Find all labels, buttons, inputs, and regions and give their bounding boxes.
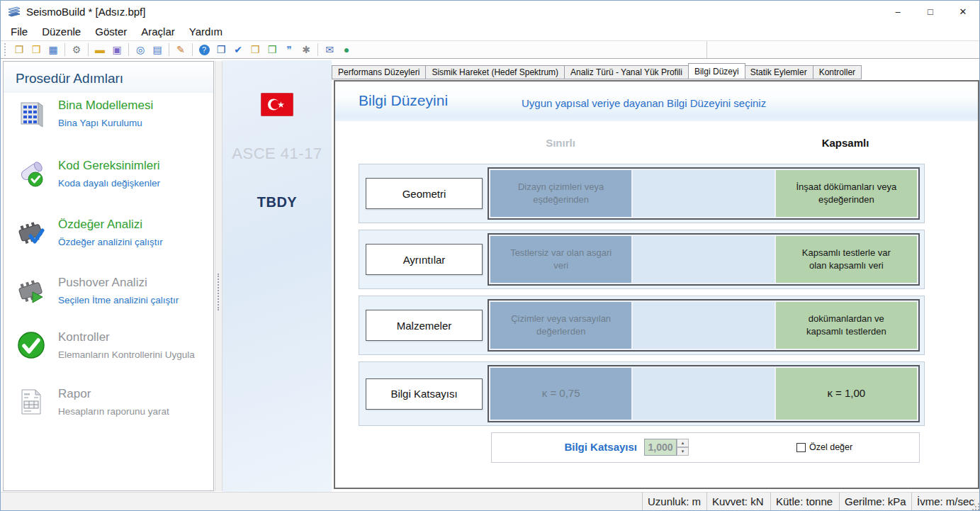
save-file-icon[interactable]: ▦	[45, 43, 62, 57]
settings-tab-bar: Performans Düzeyleri Sismik Hareket (Hed…	[332, 63, 978, 79]
help-icon[interactable]: ?	[199, 45, 210, 55]
menu-bar: File Düzenle Göster Araçlar Yardım	[1, 22, 979, 40]
code-option-asce[interactable]: ASCE 41-17	[223, 145, 332, 163]
menu-view[interactable]: Göster	[88, 23, 134, 40]
row-label: Bilgi Katsayısı	[366, 378, 483, 410]
menu-help[interactable]: Yardım	[182, 23, 230, 40]
sidebar-item-code-requirements[interactable]: Kod Gereksinimleri Koda dayalı değişkenl…	[15, 157, 209, 190]
toolbar-band: ❐ ❒ ▦ ⚙ ▬ ▣ ◎ ▤ ✎ ? ❒ ✔ ❒ ❒ ❞ ✱ ✉ ●	[1, 41, 707, 58]
status-length-unit: Uzunluk: m	[642, 493, 706, 511]
knowledge-level-panel: Bilgi Düzeyini Uygun yapısal veriye daya…	[334, 80, 979, 489]
toolbar-separator	[64, 43, 65, 56]
cell-limited[interactable]: Dizayn çizimleri veya eşdeğerinden	[490, 170, 631, 217]
menu-tools[interactable]: Araçlar	[134, 23, 182, 40]
website-icon[interactable]: ●	[338, 43, 355, 57]
cell-middle[interactable]	[633, 368, 774, 420]
toolbar-separator	[88, 43, 89, 56]
project-settings-icon[interactable]: ▣	[108, 43, 125, 57]
column-header-limited: Sınırlı	[490, 137, 631, 149]
step-subtitle: Koda dayalı değişkenler	[58, 178, 160, 189]
status-force-unit: Kuvvet: kN	[706, 493, 770, 511]
report-document-icon	[15, 386, 47, 418]
knowledge-row-materials: Malzemeler Çizimler veya varsayılan değe…	[359, 296, 925, 355]
view-settings-icon[interactable]: ◎	[132, 43, 149, 57]
sidebar-item-report[interactable]: Rapor Hesapların raporunu yarat	[15, 386, 209, 418]
menu-edit[interactable]: Düzenle	[35, 23, 88, 40]
panel-header: Bilgi Düzeyini Uygun yapısal veriye daya…	[335, 82, 978, 121]
maximize-button[interactable]: □	[914, 1, 947, 22]
building-icon	[15, 97, 47, 130]
minimize-button[interactable]: –	[882, 1, 914, 22]
tab-seismic-action[interactable]: Sismik Hareket (Hedef Spektrum)	[426, 65, 565, 79]
level-cells: Testlersiz var olan asgari veri Kapsamlı…	[488, 233, 920, 286]
knowledge-row-geometry: Geometri Dizayn çizimleri veya eşdeğerin…	[359, 164, 925, 223]
knowledge-factor-input[interactable]: 1,000	[644, 439, 677, 456]
custom-value-checkbox[interactable]	[796, 443, 806, 452]
open-example-icon[interactable]: ❒	[247, 43, 264, 57]
cell-comprehensive[interactable]: dokümanlardan ve kapsamlı testlerden	[776, 302, 917, 349]
user-manual-icon[interactable]: ❒	[213, 43, 230, 57]
step-title: Özdeğer Analizi	[58, 218, 163, 232]
cell-limited[interactable]: κ = 0,75	[490, 368, 631, 420]
level-cells: κ = 0,75 κ = 1,00	[488, 365, 920, 422]
email-icon[interactable]: ✉	[321, 43, 338, 57]
page-subtitle: Uygun yapısal veriye dayanan Bilgi Düzey…	[522, 97, 766, 109]
open-file-icon[interactable]: ❒	[28, 43, 45, 57]
toolbar-separator	[128, 43, 129, 56]
knowledge-factor-band: Bilgi Katsayısı 1,000 ▲ ▼ Özel değer	[491, 432, 920, 463]
cell-comprehensive[interactable]: κ = 1,00	[776, 368, 917, 420]
calculator-icon[interactable]: ▤	[149, 43, 166, 57]
level-cells: Dizayn çizimleri veya eşdeğerinden İnşaa…	[488, 167, 920, 220]
cell-comprehensive[interactable]: Kapsamlı testlerle var olan kapsamlı ver…	[776, 236, 917, 283]
row-label: Malzemeler	[366, 310, 483, 341]
level-cells: Çizimler veya varsayılan değerlerden dok…	[488, 299, 920, 352]
step-subtitle: Elemanların Kontrollerini Uygula	[58, 349, 195, 360]
sidebar-item-eigenvalue-analysis[interactable]: Özdeğer Analizi Özdeğer analizini çalışt…	[15, 216, 209, 249]
cell-middle[interactable]	[633, 170, 774, 217]
tab-checks[interactable]: Kontroller	[813, 65, 862, 79]
resize-grip[interactable]	[975, 506, 976, 507]
export-icon[interactable]: ❒	[264, 43, 281, 57]
status-stress-unit: Gerilme: kPa	[839, 493, 911, 511]
cell-middle[interactable]	[633, 236, 774, 283]
knowledge-row-details: Ayrıntılar Testlersiz var olan asgari ve…	[359, 230, 925, 289]
menu-file[interactable]: File	[4, 23, 35, 40]
cell-comprehensive[interactable]: İnşaat dökümanları veya eşdeğerinden	[776, 170, 917, 217]
sidebar-item-building-modelling[interactable]: Bina Modellemesi Bina Yapı Kurulumu	[15, 97, 209, 130]
tab-performance-levels[interactable]: Performans Düzeyleri	[332, 65, 426, 79]
chip-play-icon	[15, 274, 47, 307]
spin-down-icon[interactable]: ▼	[677, 447, 689, 456]
code-option-tbdy[interactable]: TBDY	[223, 194, 332, 210]
custom-value-option: Özel değer	[796, 442, 852, 452]
cell-limited[interactable]: Çizimler veya varsayılan değerlerden	[490, 302, 631, 349]
sidebar-item-pushover-analysis[interactable]: Pushover Analizi Seçilen İtme analizini …	[15, 274, 209, 307]
close-button[interactable]: ✕	[947, 1, 979, 22]
spin-up-icon[interactable]: ▲	[677, 439, 689, 447]
cell-middle[interactable]	[633, 302, 774, 349]
sidebar-item-checks[interactable]: Kontroller Elemanların Kontrollerini Uyg…	[15, 329, 209, 361]
tab-knowledge-level[interactable]: Bilgi Düzeyi	[688, 63, 745, 79]
row-label: Ayrıntılar	[366, 244, 483, 275]
column-header-comprehensive: Kapsamlı	[775, 137, 916, 149]
tips-icon[interactable]: ✔	[230, 43, 247, 57]
code-selector-panel: ASCE 41-17 TBDY	[223, 60, 332, 493]
tab-static-actions[interactable]: Statik Eylemler	[745, 65, 813, 79]
feedback-icon[interactable]: ❞	[281, 43, 298, 57]
toolbar: ❐ ❒ ▦ ⚙ ▬ ▣ ◎ ▤ ✎ ? ❒ ✔ ❒ ❒ ❞ ✱ ✉ ●	[1, 40, 979, 59]
splitter-handle[interactable]	[218, 274, 219, 310]
settings-icon[interactable]: ⚙	[68, 43, 85, 57]
chip-check-icon	[15, 216, 47, 249]
step-title: Bina Modellemesi	[58, 99, 153, 113]
tab-analysis-type[interactable]: Analiz Türü - Yanal Yük Profili	[565, 65, 689, 79]
new-file-icon[interactable]: ❐	[11, 43, 28, 57]
step-subtitle: Hesapların raporunu yarat	[58, 406, 169, 417]
toolbar-grip[interactable]	[4, 43, 6, 56]
building-modeller-icon[interactable]: ▬	[91, 43, 108, 57]
title-bar: SeismoBuild * [Adsız.bpf] – □ ✕	[1, 1, 979, 22]
app-window: SeismoBuild * [Adsız.bpf] – □ ✕ File Düz…	[0, 0, 980, 511]
cell-limited[interactable]: Testlersiz var olan asgari veri	[490, 236, 631, 283]
panel-splitter[interactable]	[215, 61, 223, 491]
status-mass-unit: Kütle: tonne	[770, 493, 838, 511]
forum-icon[interactable]: ✱	[298, 43, 315, 57]
format-brush-icon[interactable]: ✎	[172, 43, 189, 57]
